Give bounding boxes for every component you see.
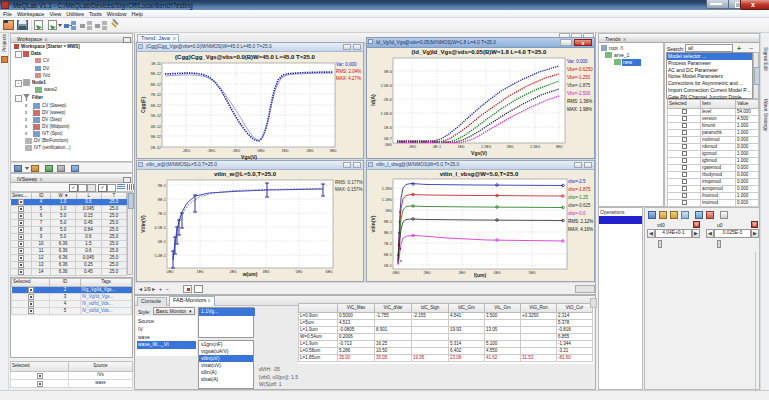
svg-text:Id(A): Id(A) <box>370 94 376 106</box>
svg-text:2E0: 2E0 <box>307 148 315 153</box>
svg-text:2E0: 2E0 <box>424 270 432 275</box>
svg-text:1E0: 1E0 <box>458 144 466 149</box>
svg-text:-1E0: -1E0 <box>408 144 417 149</box>
svg-text:5E-1: 5E-1 <box>384 263 392 268</box>
svg-text:4E-12: 4E-12 <box>151 124 161 129</box>
svg-text:vbs=-1.875: vbs=-1.875 <box>568 187 591 192</box>
svg-text:3E0: 3E0 <box>459 270 467 275</box>
svg-text:5.4E-1: 5.4E-1 <box>155 253 166 258</box>
svg-text:5E-12: 5E-12 <box>151 113 161 118</box>
svg-text:1E0: 1E0 <box>385 208 393 213</box>
svg-text:1.1E0: 1.1E0 <box>382 197 393 202</box>
svg-text:Vgs(V): Vgs(V) <box>471 150 487 156</box>
svg-text:RMS: 0.177%: RMS: 0.177% <box>335 180 363 185</box>
svg-text:w(um): w(um) <box>242 271 258 277</box>
svg-text:Var: 0.000: Var: 0.000 <box>567 59 588 64</box>
svg-text:vbs=-0.0: vbs=-0.0 <box>568 211 586 216</box>
svg-text:2E0: 2E0 <box>507 144 515 149</box>
svg-text:Vbs=-2.500: Vbs=-2.500 <box>567 91 591 96</box>
svg-text:8E-1: 8E-1 <box>158 197 166 202</box>
svg-text:vtlin_l_vbsg@W=5.0,T=25.0: vtlin_l_vbsg@W=5.0,T=25.0 <box>440 171 519 177</box>
svg-text:2E-12: 2E-12 <box>151 145 161 150</box>
svg-text:1E0: 1E0 <box>282 148 290 153</box>
svg-text:6E-1: 6E-1 <box>158 239 166 244</box>
svg-text:6E-12: 6E-12 <box>151 103 161 108</box>
svg-text:1.5E-6: 1.5E-6 <box>381 111 392 116</box>
svg-text:7E-1: 7E-1 <box>384 241 392 246</box>
svg-text:MAX: 1.98%: MAX: 1.98% <box>567 107 592 112</box>
svg-text:3E0: 3E0 <box>556 144 564 149</box>
svg-text:vbs=-2.5: vbs=-2.5 <box>568 179 586 184</box>
svg-text:(Cgg)Cgg_Vgs@vbs=0.0(B)W=45.0: (Cgg)Cgg_Vgs@vbs=0.0(B)W=45.0 L=45.0 T=2… <box>175 54 316 60</box>
svg-text:MAX: 4.27%: MAX: 4.27% <box>336 76 361 81</box>
svg-text:4E0: 4E0 <box>263 269 271 274</box>
svg-text:1E-11: 1E-11 <box>151 61 161 66</box>
svg-text:MAX: 0.157%: MAX: 0.157% <box>335 187 363 192</box>
svg-text:vbs=-1.25: vbs=-1.25 <box>568 195 588 200</box>
svg-text:vbs=-0.625: vbs=-0.625 <box>568 203 591 208</box>
svg-text:1E0: 1E0 <box>197 269 205 274</box>
svg-text:1.2E0: 1.2E0 <box>382 186 393 191</box>
svg-text:Var: 0.000: Var: 0.000 <box>336 62 357 67</box>
svg-text:(Id_Vg)Id_Vgs@vds=0.05(B)W=1.8: (Id_Vg)Id_Vgs@vds=0.05(B)W=1.8 L=4.0 T=2… <box>412 49 548 55</box>
svg-text:RMS: 2.04%: RMS: 2.04% <box>336 69 361 74</box>
svg-text:l(um): l(um) <box>474 272 487 278</box>
svg-text:Vtlin(V): Vtlin(V) <box>140 215 146 233</box>
svg-text:0E0: 0E0 <box>167 269 175 274</box>
svg-text:0E0: 0E0 <box>385 142 393 147</box>
svg-text:7E-1: 7E-1 <box>158 211 166 216</box>
svg-text:4E0: 4E0 <box>494 270 502 275</box>
svg-text:Vbs=-0.6250: Vbs=-0.6250 <box>567 67 593 72</box>
svg-text:-1E0: -1E0 <box>207 148 216 153</box>
svg-text:2E-6: 2E-6 <box>384 97 392 102</box>
svg-text:1.5E0: 1.5E0 <box>481 144 492 149</box>
svg-text:0E-1: 0E-1 <box>433 144 441 149</box>
svg-text:0E0: 0E0 <box>393 270 401 275</box>
svg-text:9E-1: 9E-1 <box>384 219 392 224</box>
svg-text:2.5E0: 2.5E0 <box>530 144 541 149</box>
svg-text:6E-1: 6E-1 <box>384 252 392 257</box>
svg-text:1E-6: 1E-6 <box>384 125 392 130</box>
svg-text:5E0: 5E0 <box>296 269 304 274</box>
svg-text:MAX: 4.16%: MAX: 4.16% <box>568 227 593 232</box>
svg-text:-1E0: -1E0 <box>232 148 241 153</box>
svg-text:2E0: 2E0 <box>230 269 238 274</box>
svg-text:vtlin_w@L=5.0,T=25.0: vtlin_w@L=5.0,T=25.0 <box>214 171 277 177</box>
svg-text:Vbs=-1.875: Vbs=-1.875 <box>567 83 591 88</box>
svg-text:9E-12: 9E-12 <box>151 71 161 76</box>
svg-text:7E-12: 7E-12 <box>151 92 161 97</box>
svg-text:Cgg(F): Cgg(F) <box>140 97 146 113</box>
svg-text:Vbs=-1.250: Vbs=-1.250 <box>567 75 591 80</box>
svg-text:8E-1: 8E-1 <box>384 230 392 235</box>
svg-text:8E-12: 8E-12 <box>151 82 161 87</box>
svg-text:-2E0: -2E0 <box>182 148 191 153</box>
svg-text:RMS: 2.12%: RMS: 2.12% <box>568 219 593 224</box>
svg-text:RMS: 1.36%: RMS: 1.36% <box>567 99 592 104</box>
svg-text:3E0: 3E0 <box>330 148 338 153</box>
svg-text:9E-1: 9E-1 <box>158 183 166 188</box>
svg-text:6.5E-1: 6.5E-1 <box>155 225 166 230</box>
svg-text:0E0: 0E0 <box>258 148 266 153</box>
svg-text:vtlin(V): vtlin(V) <box>370 215 376 232</box>
svg-text:6E0: 6E0 <box>326 269 334 274</box>
svg-text:5E0: 5E0 <box>529 270 537 275</box>
svg-text:5E-7: 5E-7 <box>384 136 392 141</box>
svg-text:3E-12: 3E-12 <box>151 134 161 139</box>
svg-text:2.5E-6: 2.5E-6 <box>381 83 392 88</box>
svg-text:3E-6: 3E-6 <box>384 69 392 74</box>
